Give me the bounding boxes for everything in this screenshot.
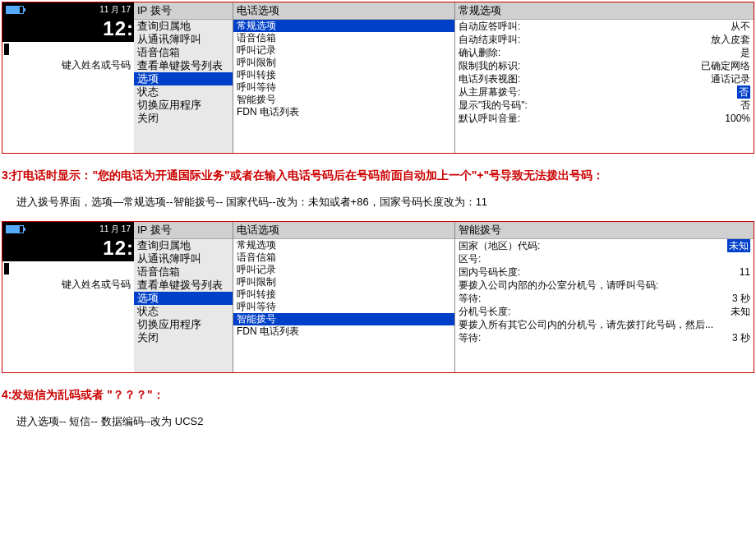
setting-value[interactable]: 已确定网络 <box>701 59 750 72</box>
option-item[interactable]: 语音信箱 <box>233 251 454 264</box>
setting-label: 电话列表视图: <box>459 72 520 85</box>
setting-value[interactable]: 否 <box>740 99 750 112</box>
setting-row[interactable]: 限制我的标识:已确定网络 <box>455 59 754 72</box>
context-menu: IP 拨号 查询归属地从通讯簿呼叫语音信箱查看单键拨号列表选项状态切换应用程序关… <box>134 222 233 372</box>
cursor-icon <box>4 44 9 55</box>
menu-item[interactable]: 选项 <box>134 292 233 305</box>
option-item[interactable]: 呼叫转接 <box>233 288 454 301</box>
screenshot-1: 11 月 17 12: 键入姓名或号码 IP 拨号 查询归属地从通讯簿呼叫语音信… <box>2 2 754 154</box>
battery-icon <box>6 225 24 233</box>
screenshot-2: 11 月 17 12: 键入姓名或号码 IP 拨号 查询归属地从通讯簿呼叫语音信… <box>2 221 754 373</box>
setting-value[interactable]: 放入皮套 <box>711 33 750 46</box>
setting-label: 等待: <box>459 292 481 305</box>
menu-item[interactable]: 状态 <box>134 305 233 318</box>
setting-row[interactable]: 等待:3 秒 <box>455 292 754 305</box>
menu-header: IP 拨号 <box>134 222 233 239</box>
setting-row[interactable]: 从主屏幕拨号:否 <box>455 85 754 99</box>
menu-item[interactable]: 从通讯簿呼叫 <box>134 252 233 265</box>
option-item[interactable]: 常规选项 <box>233 20 454 32</box>
settings-header: 智能拨号 <box>455 222 754 239</box>
setting-label: 分机号长度: <box>459 305 510 318</box>
setting-value[interactable]: 3 秒 <box>732 331 750 344</box>
status-date: 11 月 17 <box>99 4 131 16</box>
setting-label: 确认删除: <box>459 46 500 59</box>
setting-label: 默认呼叫音量: <box>459 112 520 125</box>
menu-item[interactable]: 查看单键拨号列表 <box>134 59 233 72</box>
setting-value[interactable]: 通话记录 <box>711 72 750 85</box>
option-item[interactable]: 语音信箱 <box>233 32 454 44</box>
setting-value[interactable]: 11 <box>740 265 750 279</box>
option-item[interactable]: 智能拨号 <box>233 313 454 325</box>
setting-value[interactable]: 否 <box>737 85 750 99</box>
setting-row[interactable]: 等待:3 秒 <box>455 331 754 344</box>
menu-item[interactable]: 选项 <box>134 72 233 85</box>
setting-label: 显示"我的号码": <box>459 99 528 112</box>
option-item[interactable]: FDN 电话列表 <box>233 325 454 338</box>
general-options-panel: 常规选项 自动应答呼叫:从不自动结束呼叫:放入皮套确认删除:是限制我的标识:已确… <box>454 2 754 153</box>
setting-description: 要拨入公司内部的办公室分机号，请呼叫号码: <box>455 279 754 292</box>
option-item[interactable]: FDN 电话列表 <box>233 106 454 118</box>
setting-value[interactable]: 未知 <box>727 239 750 252</box>
option-item[interactable]: 呼叫记录 <box>233 44 454 57</box>
menu-item[interactable]: 切换应用程序 <box>134 99 233 112</box>
cursor-icon <box>4 263 9 274</box>
setting-value[interactable]: 3 秒 <box>732 292 750 305</box>
setting-row[interactable]: 电话列表视图:通话记录 <box>455 72 754 85</box>
setting-label: 自动结束呼叫: <box>459 33 520 46</box>
option-item[interactable]: 常规选项 <box>233 239 454 251</box>
setting-label: 国家（地区）代码: <box>459 239 540 252</box>
setting-row[interactable]: 默认呼叫音量:100% <box>455 112 754 125</box>
clock: 12: <box>2 17 134 42</box>
phone-options-panel: 电话选项 常规选项语音信箱呼叫记录呼叫限制呼叫转接呼叫等待智能拨号FDN 电话列… <box>233 222 454 372</box>
smart-dial-panel: 智能拨号 国家（地区）代码:未知区号:国内号码长度:11要拨入公司内部的办公室分… <box>454 222 754 372</box>
menu-item[interactable]: 关闭 <box>134 331 233 344</box>
setting-row[interactable]: 自动结束呼叫:放入皮套 <box>455 33 754 46</box>
option-item[interactable]: 呼叫限制 <box>233 276 454 288</box>
option-item[interactable]: 呼叫等待 <box>233 301 454 313</box>
menu-item[interactable]: 关闭 <box>134 112 233 125</box>
setting-label: 国内号码长度: <box>459 265 520 279</box>
status-date: 11 月 17 <box>99 224 131 235</box>
setting-label: 区号: <box>459 252 481 265</box>
setting-row[interactable]: 区号: <box>455 252 754 265</box>
setting-row[interactable]: 确认删除:是 <box>455 46 754 59</box>
phone-screen: 11 月 17 12: 键入姓名或号码 <box>2 2 134 153</box>
menu-item[interactable]: 查询归属地 <box>134 20 233 33</box>
setting-value[interactable]: 未知 <box>731 305 750 318</box>
setting-label: 从主屏幕拨号: <box>459 85 520 99</box>
option-item[interactable]: 呼叫转接 <box>233 69 454 81</box>
setting-value[interactable]: 100% <box>725 112 750 125</box>
phone-screen: 11 月 17 12: 键入姓名或号码 <box>2 222 134 372</box>
instruction-3-title: 3:打电话时显示："您的电话为开通国际业务"或者在输入电话号码后在号码前面自动加… <box>2 168 754 183</box>
phone-options-panel: 电话选项 常规选项语音信箱呼叫记录呼叫限制呼叫转接呼叫等待智能拨号FDN 电话列… <box>233 2 454 153</box>
setting-row[interactable]: 显示"我的号码":否 <box>455 99 754 112</box>
setting-label: 自动应答呼叫: <box>459 20 520 33</box>
option-item[interactable]: 呼叫限制 <box>233 57 454 69</box>
phone-body <box>2 74 134 154</box>
option-item[interactable]: 呼叫记录 <box>233 264 454 276</box>
option-item[interactable]: 智能拨号 <box>233 94 454 106</box>
menu-item[interactable]: 切换应用程序 <box>134 318 233 331</box>
instruction-4-body: 进入选项-- 短信-- 数据编码--改为 UCS2 <box>16 414 754 429</box>
setting-row[interactable]: 国内号码长度:11 <box>455 265 754 279</box>
menu-item[interactable]: 状态 <box>134 85 233 99</box>
menu-item[interactable]: 查询归属地 <box>134 239 233 252</box>
instruction-4-title: 4:发短信为乱码或者 "？？？"： <box>2 388 754 403</box>
phone-body <box>2 293 134 373</box>
menu-item[interactable]: 语音信箱 <box>134 46 233 59</box>
options-header: 电话选项 <box>233 2 454 20</box>
setting-row[interactable]: 国家（地区）代码:未知 <box>455 239 754 252</box>
setting-value[interactable]: 从不 <box>731 20 750 33</box>
menu-item[interactable]: 查看单键拨号列表 <box>134 279 233 292</box>
setting-row[interactable]: 分机号长度:未知 <box>455 305 754 318</box>
menu-item[interactable]: 语音信箱 <box>134 265 233 279</box>
setting-description: 要拨入所有其它公司内的分机号，请先拨打此号码，然后... <box>455 318 754 331</box>
dial-input[interactable] <box>2 42 134 57</box>
options-header: 电话选项 <box>233 222 454 239</box>
menu-header: IP 拨号 <box>134 2 233 20</box>
dial-input[interactable] <box>2 261 134 276</box>
option-item[interactable]: 呼叫等待 <box>233 81 454 94</box>
setting-value[interactable]: 是 <box>740 46 750 59</box>
setting-row[interactable]: 自动应答呼叫:从不 <box>455 20 754 33</box>
menu-item[interactable]: 从通讯簿呼叫 <box>134 33 233 46</box>
